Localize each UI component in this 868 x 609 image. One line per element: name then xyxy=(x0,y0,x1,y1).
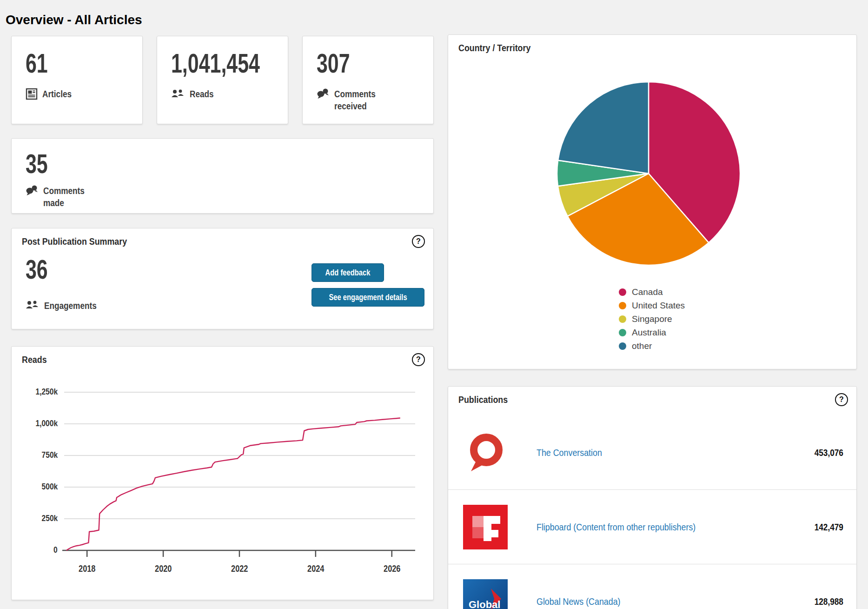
pie-legend: CanadaUnited StatesSingaporeAustraliaoth… xyxy=(619,288,685,356)
see-engagement-details-button[interactable]: See engagement details xyxy=(311,288,424,307)
legend-label: Australia xyxy=(632,328,666,338)
pie-slice-other xyxy=(558,82,649,174)
comments-received-value: 307 xyxy=(317,49,350,78)
help-icon[interactable]: ? xyxy=(412,353,425,366)
flipboard-logo-icon xyxy=(463,505,508,549)
engagements-value: 36 xyxy=(26,255,48,284)
x-axis-tick-label: 2026 xyxy=(371,563,413,574)
y-axis-tick-label: 500k xyxy=(13,482,58,492)
legend-color-dot xyxy=(619,302,626,309)
country-pie-chart xyxy=(448,77,857,272)
publication-reads-value: 128,988 xyxy=(808,596,843,607)
publication-reads-value: 453,076 xyxy=(808,447,843,458)
comments-made-icon xyxy=(26,185,39,198)
post-publication-summary-card: Post Publication Summary ? 36 Engagement… xyxy=(11,228,434,329)
legend-item: Canada xyxy=(619,288,685,296)
y-axis-tick-label: 1,000k xyxy=(13,418,58,428)
legend-label: other xyxy=(632,341,652,351)
reads-chart-title: Reads xyxy=(22,354,47,365)
publications-title: Publications xyxy=(458,394,508,405)
publication-reads-value: 142,479 xyxy=(808,522,843,533)
comments-made-value: 35 xyxy=(26,150,48,178)
reads-line-chart: 1,250k1,000k750k500k250k0201820202022202… xyxy=(12,347,433,601)
reads-chart-card: 1,250k1,000k750k500k250k0201820202022202… xyxy=(11,346,434,600)
stat-card-comments-made: 35 Comments made xyxy=(11,138,434,214)
engagements-label: Engagements xyxy=(44,301,97,311)
legend-label: Singapore xyxy=(632,314,672,324)
publication-link[interactable]: Global News (Canada) xyxy=(537,596,808,607)
global-news-logo-icon: Global NEWS xyxy=(463,579,508,609)
y-axis-tick-label: 1,250k xyxy=(13,387,58,397)
publication-row: The Conversation 453,076 xyxy=(448,415,856,490)
articles-label: Articles xyxy=(42,88,72,100)
legend-item: other xyxy=(619,342,685,350)
comments-made-label: Comments made xyxy=(43,185,103,209)
legend-color-dot xyxy=(619,315,626,323)
legend-item: Singapore xyxy=(619,315,685,323)
comments-received-label: Comments received xyxy=(334,88,394,112)
y-axis-tick-label: 250k xyxy=(13,513,58,523)
legend-label: United States xyxy=(632,301,685,311)
reads-value: 1,041,454 xyxy=(171,49,260,78)
country-territory-card: Country / Territory CanadaUnited StatesS… xyxy=(448,34,857,369)
country-territory-title: Country / Territory xyxy=(458,42,530,54)
x-axis-tick-label: 2024 xyxy=(295,563,337,574)
legend-item: United States xyxy=(619,302,685,309)
articles-value: 61 xyxy=(26,49,48,78)
articles-icon xyxy=(26,88,38,102)
legend-color-dot xyxy=(619,342,626,350)
publications-card: Publications ? The Conversation 453,076 xyxy=(448,386,857,609)
stat-card-reads: 1,041,454 Reads xyxy=(157,36,288,124)
reads-people-icon xyxy=(171,88,185,101)
x-axis-tick-label: 2022 xyxy=(219,563,260,574)
legend-label: Canada xyxy=(632,287,663,297)
stat-card-articles: 61 Articles xyxy=(11,36,143,124)
publication-link[interactable]: Flipboard (Content from other republishe… xyxy=(537,522,808,533)
reads-label: Reads xyxy=(190,88,214,100)
legend-color-dot xyxy=(619,288,626,296)
publication-row: Flipboard (Content from other republishe… xyxy=(448,490,856,564)
x-axis-tick-label: 2020 xyxy=(142,563,184,574)
post-publication-summary-title: Post Publication Summary xyxy=(22,236,127,247)
stat-cards-row: 61 Articles 1,041,454 xyxy=(11,36,434,124)
left-column: 61 Articles 1,041,454 xyxy=(11,36,434,600)
y-axis-tick-label: 750k xyxy=(13,450,58,460)
legend-item: Australia xyxy=(619,329,685,336)
comments-icon xyxy=(317,88,330,101)
the-conversation-logo-icon xyxy=(463,430,508,475)
svg-text:Global: Global xyxy=(469,599,500,609)
stat-card-comments-received: 307 Comments received xyxy=(302,36,434,124)
page-title: Overview - All Articles xyxy=(6,13,142,27)
right-column: Country / Territory CanadaUnited StatesS… xyxy=(448,34,857,609)
publication-link[interactable]: The Conversation xyxy=(537,447,808,458)
help-icon[interactable]: ? xyxy=(835,393,848,406)
x-axis-tick-label: 2018 xyxy=(66,563,108,574)
legend-color-dot xyxy=(619,329,626,336)
y-axis-tick-label: 0 xyxy=(13,545,58,555)
add-feedback-button[interactable]: Add feedback xyxy=(311,263,384,282)
help-icon[interactable]: ? xyxy=(412,235,425,248)
publication-row: Global NEWS Global News (Canada) 128,988 xyxy=(448,564,856,609)
engagements-people-icon xyxy=(26,299,40,312)
